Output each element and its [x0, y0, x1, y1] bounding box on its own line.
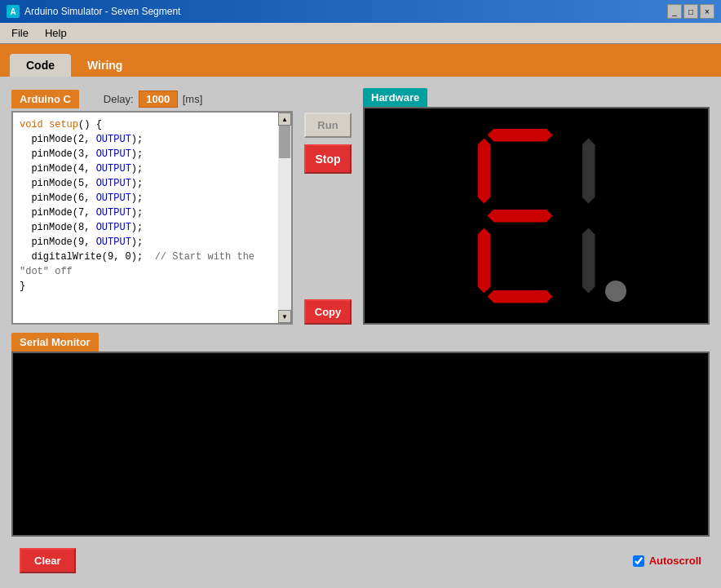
- code-editor[interactable]: void setup() { pinMode(2, OUTPUT); pinMo…: [13, 113, 278, 323]
- title-bar: A Arduino Simulator - Seven Segment _ □ …: [0, 0, 721, 23]
- code-editor-area: void setup() { pinMode(2, OUTPUT); pinMo…: [11, 111, 293, 325]
- segment-dot: [605, 281, 626, 302]
- scroll-track[interactable]: [278, 126, 291, 310]
- stop-button[interactable]: Stop: [304, 144, 352, 174]
- maximize-button[interactable]: □: [683, 4, 698, 19]
- scroll-down-button[interactable]: ▼: [278, 310, 291, 323]
- seven-segment-display: [471, 122, 602, 310]
- hardware-panel: Hardware: [363, 88, 710, 325]
- code-scrollbar[interactable]: ▲ ▼: [278, 113, 291, 323]
- serial-monitor-display: [11, 351, 710, 537]
- segment-bot: [488, 290, 553, 303]
- arduino-code-panel: Arduino C Delay: 1000 [ms] void setup() …: [11, 88, 293, 325]
- copy-button[interactable]: Copy: [304, 299, 352, 325]
- autoscroll-checkbox[interactable]: [633, 555, 644, 567]
- delay-unit: [ms]: [183, 93, 203, 105]
- run-button[interactable]: Run: [304, 113, 352, 138]
- bottom-bar: Clear Autoscroll: [11, 545, 710, 577]
- serial-monitor-section: Serial Monitor: [11, 333, 710, 537]
- minimize-button[interactable]: _: [667, 4, 682, 19]
- autoscroll-row: Autoscroll: [633, 555, 701, 567]
- segment-bot-right: [582, 228, 595, 294]
- main-content: Arduino C Delay: 1000 [ms] void setup() …: [0, 77, 721, 588]
- title-bar-left: A Arduino Simulator - Seven Segment: [7, 5, 180, 18]
- arduino-panel-top: Arduino C Delay: 1000 [ms]: [11, 88, 293, 109]
- scroll-up-button[interactable]: ▲: [278, 113, 291, 126]
- segment-top: [488, 129, 553, 142]
- menu-bar: File Help: [0, 23, 721, 44]
- window-title: Arduino Simulator - Seven Segment: [24, 6, 180, 17]
- scroll-thumb[interactable]: [279, 126, 290, 158]
- serial-monitor-header: Serial Monitor: [11, 333, 99, 351]
- arduino-panel-header: Arduino C: [11, 90, 79, 108]
- autoscroll-label: Autoscroll: [649, 555, 701, 567]
- tab-code[interactable]: Code: [10, 54, 71, 77]
- buttons-column: Run Stop Copy: [301, 88, 355, 325]
- segment-mid: [488, 210, 553, 223]
- top-row: Arduino C Delay: 1000 [ms] void setup() …: [11, 88, 710, 325]
- segment-bot-left: [478, 228, 491, 294]
- app-icon: A: [7, 5, 20, 18]
- segment-top-right: [582, 139, 595, 204]
- menu-help[interactable]: Help: [37, 24, 75, 42]
- close-button[interactable]: ×: [700, 4, 714, 19]
- hardware-panel-header: Hardware: [363, 88, 427, 107]
- hardware-display: [363, 107, 710, 325]
- tab-wiring[interactable]: Wiring: [71, 54, 139, 77]
- segment-top-left: [478, 139, 491, 204]
- delay-value[interactable]: 1000: [139, 91, 178, 108]
- clear-button[interactable]: Clear: [20, 548, 76, 573]
- window-controls[interactable]: _ □ ×: [667, 4, 714, 19]
- tab-bar: Code Wiring: [0, 44, 721, 77]
- menu-file[interactable]: File: [3, 24, 37, 42]
- delay-label: Delay:: [104, 93, 134, 105]
